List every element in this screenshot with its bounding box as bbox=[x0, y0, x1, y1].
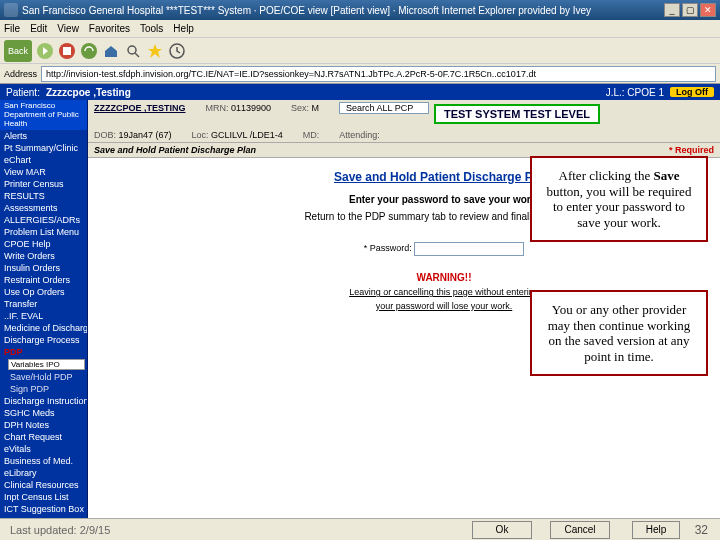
sidebar-item[interactable]: Printer Census bbox=[0, 178, 87, 190]
forward-icon[interactable] bbox=[36, 42, 54, 60]
sidebar-item[interactable]: ALLERGIES/ADRs bbox=[0, 214, 87, 226]
sidebar-item[interactable]: eChart bbox=[0, 154, 87, 166]
sidebar-item[interactable]: Restraint Orders bbox=[0, 274, 87, 286]
sidebar-item[interactable]: Discharge Instructions bbox=[0, 395, 87, 407]
callout-save-password: After clicking the Save button, you will… bbox=[530, 156, 708, 242]
app-icon bbox=[4, 3, 18, 17]
sidebar-item[interactable]: Transfer bbox=[0, 298, 87, 310]
stop-icon[interactable] bbox=[58, 42, 76, 60]
footer-bar: Last updated: 2/9/15 Ok Cancel Help 32 bbox=[0, 518, 720, 540]
favorites-icon[interactable] bbox=[146, 42, 164, 60]
menubar: File Edit View Favorites Tools Help bbox=[0, 20, 720, 38]
sidebar-list: AlertsPt Summary/CliniceChartView MARPri… bbox=[0, 130, 87, 518]
menu-edit[interactable]: Edit bbox=[30, 23, 47, 34]
menu-view[interactable]: View bbox=[57, 23, 79, 34]
app-header: Patient: Zzzzcpoe ,Testing J.L.: CPOE 1 … bbox=[0, 84, 720, 100]
sidebar-item[interactable]: Problem List Menu bbox=[0, 226, 87, 238]
sidebar: San Francisco Department of Public Healt… bbox=[0, 100, 88, 518]
patient-info-bar: ZZZZCPOE ,TESTING MRN: 01139900 Sex: M S… bbox=[88, 100, 720, 143]
search-icon[interactable] bbox=[124, 42, 142, 60]
svg-rect-2 bbox=[63, 47, 71, 55]
sidebar-item[interactable]: View MAR bbox=[0, 166, 87, 178]
sidebar-item[interactable]: eLibrary bbox=[0, 467, 87, 479]
sidebar-item[interactable]: Alerts bbox=[0, 130, 87, 142]
sidebar-item[interactable]: PDP bbox=[0, 346, 87, 358]
minimize-button[interactable]: _ bbox=[664, 3, 680, 17]
callout-continue-later: You or any other provider may then conti… bbox=[530, 290, 708, 376]
brand-block: San Francisco Department of Public Healt… bbox=[0, 100, 87, 130]
help-button[interactable]: Help bbox=[632, 521, 680, 539]
menu-favorites[interactable]: Favorites bbox=[89, 23, 130, 34]
patient-name-header: Zzzzcpoe ,Testing bbox=[46, 87, 131, 98]
test-system-banner: TEST SYSTEM TEST LEVEL bbox=[434, 104, 600, 124]
address-input[interactable] bbox=[41, 66, 716, 82]
menu-tools[interactable]: Tools bbox=[140, 23, 163, 34]
sidebar-item[interactable]: Save/Hold PDP bbox=[0, 371, 87, 383]
sidebar-item[interactable]: Variables IPO bbox=[8, 359, 85, 370]
address-bar: Address bbox=[0, 64, 720, 84]
sidebar-item[interactable]: Write Orders bbox=[0, 250, 87, 262]
cancel-button[interactable]: Cancel bbox=[550, 521, 610, 539]
sidebar-item[interactable]: Use Op Orders bbox=[0, 286, 87, 298]
sidebar-item[interactable]: Chart Request bbox=[0, 431, 87, 443]
sidebar-item[interactable]: Assessments bbox=[0, 202, 87, 214]
sidebar-item[interactable]: RESULTS bbox=[0, 190, 87, 202]
sidebar-item[interactable]: ICT Suggestion Box bbox=[0, 503, 87, 515]
sidebar-item[interactable]: Inpt Census List bbox=[0, 491, 87, 503]
main-panel: ZZZZCPOE ,TESTING MRN: 01139900 Sex: M S… bbox=[88, 100, 720, 518]
browser-toolbar: Back bbox=[0, 38, 720, 64]
sidebar-item[interactable]: SGHC Meds bbox=[0, 407, 87, 419]
sidebar-item[interactable]: Business of Med. bbox=[0, 455, 87, 467]
patient-name[interactable]: ZZZZCPOE ,TESTING bbox=[94, 103, 186, 113]
home-icon[interactable] bbox=[102, 42, 120, 60]
svg-point-3 bbox=[81, 43, 97, 59]
sidebar-item[interactable]: DPH Notes bbox=[0, 419, 87, 431]
sidebar-item[interactable]: eVitals bbox=[0, 443, 87, 455]
document-title: Save and Hold Patient Discharge Plan bbox=[94, 145, 256, 155]
window-titlebar: San Francisco General Hospital ***TEST**… bbox=[0, 0, 720, 20]
slide-number: 32 bbox=[695, 523, 708, 537]
sidebar-item[interactable]: CPOE Help bbox=[0, 238, 87, 250]
required-indicator: * Required bbox=[669, 145, 714, 155]
svg-line-5 bbox=[135, 53, 139, 57]
window-buttons: _ ▢ ✕ bbox=[664, 3, 716, 17]
warning-heading: WARNING!! bbox=[188, 272, 700, 283]
menu-file[interactable]: File bbox=[4, 23, 20, 34]
sidebar-item[interactable]: Clinical Resources bbox=[0, 479, 87, 491]
refresh-icon[interactable] bbox=[80, 42, 98, 60]
sidebar-item[interactable]: Discharge Process bbox=[0, 334, 87, 346]
sidebar-item[interactable]: Insulin Orders bbox=[0, 262, 87, 274]
logoff-button[interactable]: Log Off bbox=[670, 87, 714, 97]
sidebar-item[interactable]: Sign PDP bbox=[0, 383, 87, 395]
password-row: * Password: bbox=[188, 242, 700, 256]
sidebar-item[interactable]: Pt Summary/Clinic bbox=[0, 142, 87, 154]
maximize-button[interactable]: ▢ bbox=[682, 3, 698, 17]
close-button[interactable]: ✕ bbox=[700, 3, 716, 17]
address-label: Address bbox=[4, 69, 37, 79]
password-label: * Password: bbox=[364, 243, 412, 253]
history-icon[interactable] bbox=[168, 42, 186, 60]
user-label: J.L.: CPOE 1 bbox=[606, 87, 664, 98]
back-button[interactable]: Back bbox=[4, 40, 32, 62]
sidebar-item[interactable]: Medicine of Discharge bbox=[0, 322, 87, 334]
menu-help[interactable]: Help bbox=[173, 23, 194, 34]
last-updated: Last updated: 2/9/15 bbox=[10, 524, 110, 536]
password-input[interactable] bbox=[414, 242, 524, 256]
window-title: San Francisco General Hospital ***TEST**… bbox=[22, 5, 591, 16]
application-shell: Patient: Zzzzcpoe ,Testing J.L.: CPOE 1 … bbox=[0, 84, 720, 518]
svg-point-4 bbox=[128, 46, 136, 54]
patient-label: Patient: bbox=[6, 87, 40, 98]
pcp-search-input[interactable]: Search ALL PCP bbox=[339, 102, 429, 114]
sidebar-item[interactable]: ..IF. EVAL bbox=[0, 310, 87, 322]
ok-button[interactable]: Ok bbox=[472, 521, 532, 539]
